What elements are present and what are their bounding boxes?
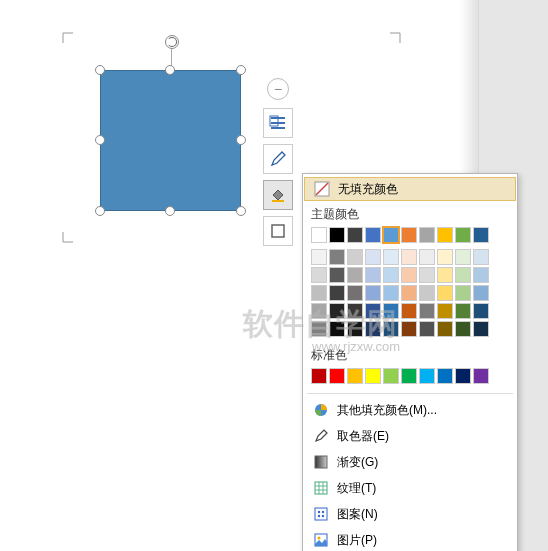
color-swatch[interactable]: [401, 285, 417, 301]
outline-button[interactable]: [263, 144, 293, 174]
color-swatch[interactable]: [347, 321, 363, 337]
color-swatch[interactable]: [365, 227, 381, 243]
color-swatch[interactable]: [401, 321, 417, 337]
color-swatch[interactable]: [437, 285, 453, 301]
color-swatch[interactable]: [419, 227, 435, 243]
shape-style-button[interactable]: [263, 216, 293, 246]
color-swatch[interactable]: [383, 321, 399, 337]
color-swatch[interactable]: [365, 303, 381, 319]
color-swatch[interactable]: [383, 303, 399, 319]
color-swatch[interactable]: [311, 285, 327, 301]
eyedropper-option[interactable]: 取色器(E): [303, 423, 517, 449]
color-swatch[interactable]: [347, 303, 363, 319]
rotate-handle[interactable]: [165, 35, 179, 49]
color-swatch[interactable]: [455, 368, 471, 384]
color-swatch[interactable]: [419, 267, 435, 283]
color-swatch[interactable]: [473, 303, 489, 319]
color-swatch[interactable]: [437, 227, 453, 243]
pattern-option[interactable]: 图案(N): [303, 501, 517, 527]
handle-bm[interactable]: [165, 206, 175, 216]
color-swatch[interactable]: [383, 267, 399, 283]
picture-option[interactable]: 图片(P): [303, 527, 517, 551]
color-swatch[interactable]: [347, 267, 363, 283]
color-swatch[interactable]: [365, 285, 381, 301]
color-swatch[interactable]: [437, 321, 453, 337]
more-colors-option[interactable]: 其他填充颜色(M)...: [303, 397, 517, 423]
pattern-label: 图案(N): [337, 506, 378, 523]
color-swatch[interactable]: [455, 227, 471, 243]
color-swatch[interactable]: [455, 303, 471, 319]
color-swatch[interactable]: [419, 321, 435, 337]
layout-options-button[interactable]: [263, 108, 293, 138]
texture-option[interactable]: 纹理(T): [303, 475, 517, 501]
color-swatch[interactable]: [365, 249, 381, 265]
color-swatch[interactable]: [401, 249, 417, 265]
color-swatch[interactable]: [347, 285, 363, 301]
color-swatch[interactable]: [311, 368, 327, 384]
color-swatch[interactable]: [329, 267, 345, 283]
color-swatch[interactable]: [473, 267, 489, 283]
color-swatch[interactable]: [419, 368, 435, 384]
svg-rect-10: [315, 482, 327, 494]
color-swatch[interactable]: [311, 227, 327, 243]
selected-shape[interactable]: [93, 63, 248, 218]
color-swatch[interactable]: [473, 368, 489, 384]
color-swatch[interactable]: [473, 249, 489, 265]
color-swatch[interactable]: [455, 321, 471, 337]
color-swatch[interactable]: [311, 267, 327, 283]
handle-tl[interactable]: [95, 65, 105, 75]
color-swatch[interactable]: [347, 249, 363, 265]
color-swatch[interactable]: [437, 368, 453, 384]
picture-label: 图片(P): [337, 532, 377, 549]
rectangle-shape[interactable]: [100, 70, 241, 211]
color-swatch[interactable]: [365, 321, 381, 337]
gradient-option[interactable]: 渐变(G): [303, 449, 517, 475]
svg-point-15: [322, 515, 324, 517]
color-swatch[interactable]: [347, 368, 363, 384]
color-swatch[interactable]: [455, 267, 471, 283]
color-swatch[interactable]: [419, 285, 435, 301]
color-swatch[interactable]: [437, 303, 453, 319]
color-swatch[interactable]: [473, 227, 489, 243]
color-swatch[interactable]: [365, 267, 381, 283]
svg-rect-4: [272, 200, 284, 202]
color-swatch[interactable]: [365, 368, 381, 384]
color-swatch[interactable]: [437, 249, 453, 265]
separator: [307, 393, 513, 394]
handle-tr[interactable]: [236, 65, 246, 75]
color-swatch[interactable]: [401, 227, 417, 243]
color-swatch[interactable]: [383, 227, 399, 243]
color-swatch[interactable]: [401, 267, 417, 283]
color-swatch[interactable]: [419, 303, 435, 319]
color-swatch[interactable]: [329, 321, 345, 337]
color-swatch[interactable]: [329, 303, 345, 319]
color-swatch[interactable]: [347, 227, 363, 243]
handle-tm[interactable]: [165, 65, 175, 75]
color-swatch[interactable]: [383, 368, 399, 384]
color-swatch[interactable]: [419, 249, 435, 265]
color-swatch[interactable]: [383, 285, 399, 301]
color-swatch[interactable]: [455, 285, 471, 301]
texture-label: 纹理(T): [337, 480, 376, 497]
color-swatch[interactable]: [311, 321, 327, 337]
color-swatch[interactable]: [437, 267, 453, 283]
handle-mr[interactable]: [236, 135, 246, 145]
color-swatch[interactable]: [455, 249, 471, 265]
color-swatch[interactable]: [311, 303, 327, 319]
color-swatch[interactable]: [329, 249, 345, 265]
fill-button[interactable]: [263, 180, 293, 210]
color-swatch[interactable]: [329, 285, 345, 301]
color-swatch[interactable]: [329, 227, 345, 243]
color-swatch[interactable]: [473, 321, 489, 337]
handle-bl[interactable]: [95, 206, 105, 216]
color-swatch[interactable]: [401, 368, 417, 384]
color-swatch[interactable]: [329, 368, 345, 384]
collapse-button[interactable]: −: [267, 78, 289, 100]
no-fill-option[interactable]: 无填充颜色: [304, 177, 516, 201]
color-swatch[interactable]: [401, 303, 417, 319]
color-swatch[interactable]: [311, 249, 327, 265]
handle-ml[interactable]: [95, 135, 105, 145]
color-swatch[interactable]: [473, 285, 489, 301]
handle-br[interactable]: [236, 206, 246, 216]
color-swatch[interactable]: [383, 249, 399, 265]
